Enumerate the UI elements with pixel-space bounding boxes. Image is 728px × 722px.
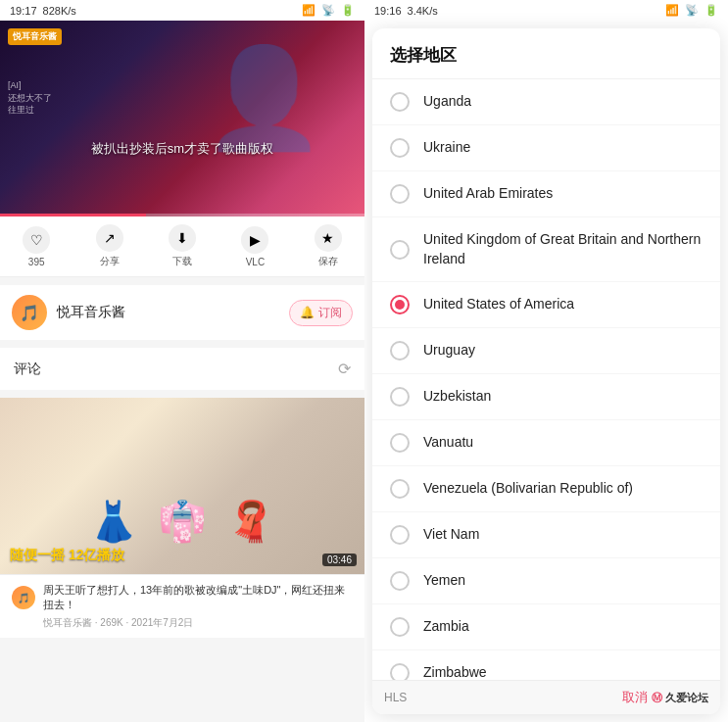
subscribe-label: 订阅 xyxy=(318,305,342,321)
comment-bar[interactable]: 评论 ⟳ xyxy=(0,348,364,390)
radio-circle xyxy=(390,184,410,204)
left-panel: 19:17 828K/s 📶 📡 🔋 悦耳音乐酱 [AI]还想大不了往里过 👤 … xyxy=(0,0,364,722)
radio-circle xyxy=(390,240,410,260)
region-name: Uruguay xyxy=(423,341,475,361)
radio-circle xyxy=(390,433,410,453)
region-item[interactable]: Uruguay xyxy=(372,328,720,374)
region-item[interactable]: Zimbabwe xyxy=(372,650,720,680)
radio-dot xyxy=(395,300,405,310)
region-name: Vanuatu xyxy=(423,433,473,453)
radio-circle xyxy=(390,387,410,407)
region-item[interactable]: United Arab Emirates xyxy=(372,171,720,217)
hls-label: HLS xyxy=(384,691,407,704)
wifi-icon: 📡 xyxy=(321,4,335,17)
like-button[interactable]: ♡ 395 xyxy=(0,226,73,267)
region-name: Zimbabwe xyxy=(423,663,487,680)
battery-icon: 🔋 xyxy=(341,4,355,17)
comment-label: 评论 xyxy=(14,361,41,378)
bottom-bar: HLS 取消 Ⓜ 久爱论坛 xyxy=(372,680,720,714)
download-icon: ⬇ xyxy=(169,224,196,252)
region-item[interactable]: Uganda xyxy=(372,79,720,125)
region-name: Uzbekistan xyxy=(423,387,491,407)
region-name: Venezuela (Bolivarian Republic of) xyxy=(423,479,633,499)
region-item[interactable]: Yemen xyxy=(372,558,720,604)
channel-name: 悦耳音乐酱 xyxy=(57,304,279,321)
channel-avatar: 🎵 xyxy=(12,295,47,330)
channel-bar: 🎵 悦耳音乐酱 🔔 订阅 xyxy=(0,285,364,340)
signal-icon: 📶 xyxy=(302,4,315,17)
region-item[interactable]: Uzbekistan xyxy=(372,374,720,420)
radio-circle xyxy=(390,617,410,637)
right-panel: 19:16 3.4K/s 📶 📡 🔋 选择地区 UgandaUkraineUni… xyxy=(364,0,728,722)
right-wifi-icon: 📡 xyxy=(685,4,699,17)
comment-expand-icon: ⟳ xyxy=(338,360,351,378)
right-battery-icon: 🔋 xyxy=(704,4,718,17)
region-dialog: 选择地区 UgandaUkraineUnited Arab EmiratesUn… xyxy=(372,28,720,714)
region-item[interactable]: United Kingdom of Great Britain and Nort… xyxy=(372,217,720,282)
radio-circle xyxy=(390,92,410,112)
like-icon: ♡ xyxy=(23,226,50,254)
bell-icon: 🔔 xyxy=(300,306,315,319)
like-count: 395 xyxy=(28,257,45,267)
save-label: 保存 xyxy=(318,255,338,268)
subscribe-button[interactable]: 🔔 订阅 xyxy=(289,300,353,326)
region-list: UgandaUkraineUnited Arab EmiratesUnited … xyxy=(372,79,720,680)
region-item[interactable]: United States of America xyxy=(372,282,720,328)
region-name: Zambia xyxy=(423,617,469,637)
save-button[interactable]: ★ 保存 xyxy=(292,224,364,268)
left-speed: 828K/s xyxy=(43,5,76,17)
video-title-row: 🎵 周天王听了想打人，13年前的歌被改编成"土味DJ"，网红还扭来扭去！ xyxy=(12,583,353,613)
download-button[interactable]: ⬇ 下载 xyxy=(146,224,218,268)
region-item[interactable]: Vanuatu xyxy=(372,420,720,466)
related-video-thumb[interactable]: 👗 👘 🧣 随便一摇 12亿播放 03:46 xyxy=(0,398,364,574)
region-name: Ukraine xyxy=(423,138,470,158)
vlc-label: VLC xyxy=(246,257,265,267)
logo-text: 久爱论坛 xyxy=(665,692,708,703)
vlc-icon: ▶ xyxy=(241,226,268,254)
region-item[interactable]: Ukraine xyxy=(372,125,720,171)
radio-circle xyxy=(390,138,410,158)
region-item[interactable]: Venezuela (Bolivarian Republic of) xyxy=(372,466,720,512)
thumb-overlay-text: 随便一摇 12亿播放 xyxy=(10,547,124,564)
region-item[interactable]: Zambia xyxy=(372,604,720,650)
region-name: Uganda xyxy=(423,92,471,112)
radio-circle xyxy=(390,663,410,680)
cancel-label: 取消 xyxy=(622,689,648,706)
video-duration: 03:46 xyxy=(322,554,357,566)
thumb-figures: 👗 👘 🧣 xyxy=(0,499,364,545)
region-name: United Kingdom of Great Britain and Nort… xyxy=(423,230,703,268)
region-name: Viet Nam xyxy=(423,525,479,545)
share-button[interactable]: ↗ 分享 xyxy=(73,224,145,268)
right-status-bar: 19:16 3.4K/s 📶 📡 🔋 xyxy=(364,0,728,21)
share-label: 分享 xyxy=(100,255,120,268)
radio-circle xyxy=(390,479,410,499)
video-meta: 悦耳音乐酱 · 269K · 2021年7月2日 xyxy=(12,616,353,630)
video-overlay-text: 被扒出抄装后sm才卖了歌曲版权 xyxy=(0,140,364,158)
dialog-title: 选择地区 xyxy=(372,28,720,79)
video-actions-bar: ♡ 395 ↗ 分享 ⬇ 下载 ▶ VLC ★ 保存 xyxy=(0,217,364,277)
left-time: 19:17 xyxy=(10,5,37,17)
vlc-button[interactable]: ▶ VLC xyxy=(218,226,291,267)
radio-circle xyxy=(390,341,410,361)
region-name: Yemen xyxy=(423,571,465,591)
logo-icon: Ⓜ 久爱论坛 xyxy=(652,691,708,705)
radio-circle xyxy=(390,571,410,591)
save-icon: ★ xyxy=(315,224,342,252)
region-name: United States of America xyxy=(423,295,574,314)
radio-circle xyxy=(390,295,410,314)
region-item[interactable]: Viet Nam xyxy=(372,512,720,558)
video-badge: 悦耳音乐酱 xyxy=(8,28,62,45)
mini-avatar: 🎵 xyxy=(12,586,35,609)
video-side-text: [AI]还想大不了往里过 xyxy=(8,79,52,117)
region-name: United Arab Emirates xyxy=(423,184,553,204)
right-signal-icon: 📶 xyxy=(665,4,679,17)
video-player[interactable]: 悦耳音乐酱 [AI]还想大不了往里过 👤 被扒出抄装后sm才卖了歌曲版权 xyxy=(0,21,364,217)
right-speed: 3.4K/s xyxy=(408,5,438,17)
right-time: 19:16 xyxy=(374,5,402,17)
cancel-area[interactable]: 取消 Ⓜ 久爱论坛 xyxy=(622,689,708,706)
download-label: 下载 xyxy=(172,255,192,268)
related-video-info: 🎵 周天王听了想打人，13年前的歌被改编成"土味DJ"，网红还扭来扭去！ 悦耳音… xyxy=(0,574,364,638)
left-status-bar: 19:17 828K/s 📶 📡 🔋 xyxy=(0,0,364,21)
video-title: 周天王听了想打人，13年前的歌被改编成"土味DJ"，网红还扭来扭去！ xyxy=(43,583,353,613)
share-icon: ↗ xyxy=(96,224,123,252)
